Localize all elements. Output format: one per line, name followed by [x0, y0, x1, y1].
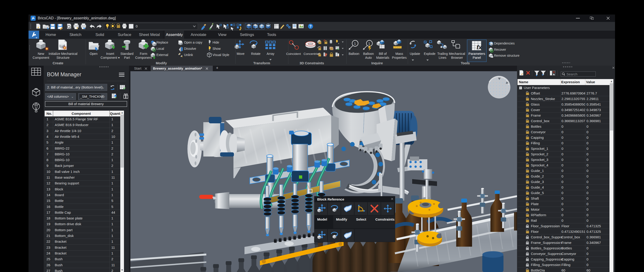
svg-text:1: 1 [354, 42, 356, 45]
svg-text:0: 0 [136, 24, 138, 28]
svg-text:1: 1 [368, 42, 370, 45]
svg-text:?: ? [309, 25, 312, 28]
svg-text:fx: fx [476, 44, 482, 51]
